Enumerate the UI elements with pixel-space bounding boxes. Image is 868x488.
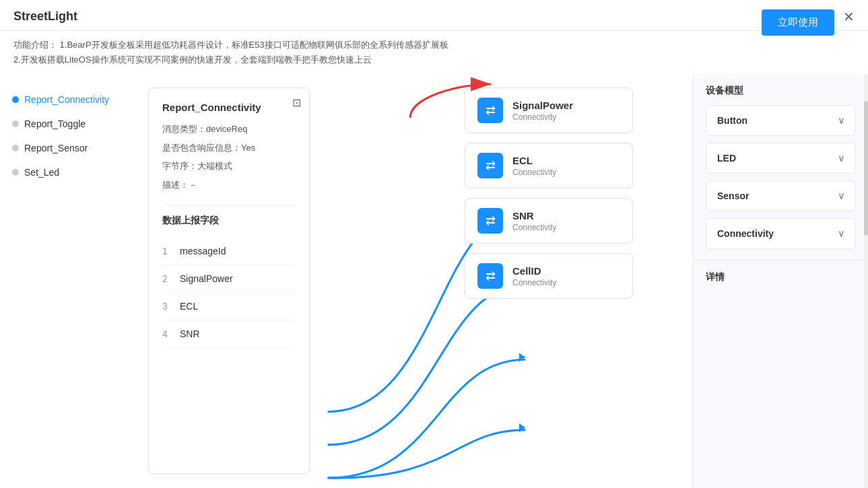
accordion-header-connectivity[interactable]: Connectivity ∨	[706, 219, 855, 248]
modal-title: StreetLight	[13, 9, 77, 24]
device-card-info-cellid: CellID Connectivity	[512, 265, 556, 287]
device-card-ecl[interactable]: ⇄ ECL Connectivity	[465, 143, 633, 188]
chevron-sensor: ∨	[838, 190, 844, 201]
card-title: Report_Connectivity	[162, 102, 296, 113]
field-name-3: ECL	[180, 301, 198, 312]
scrollbar-thumb[interactable]	[864, 101, 868, 236]
accordion-header-button[interactable]: Button ∨	[706, 106, 855, 135]
device-icon-snr: ⇄	[477, 208, 503, 234]
chevron-connectivity: ∨	[838, 228, 844, 239]
accordion-label-led: LED	[717, 153, 736, 164]
sidebar-item-set-led[interactable]: Set_Led	[7, 160, 128, 184]
detail-title: 详情	[706, 271, 856, 283]
device-card-info-snr: SNR Connectivity	[512, 210, 556, 232]
sidebar-label-report-toggle: Report_Toggle	[24, 118, 86, 129]
field-name-2: SignalPower	[180, 273, 233, 284]
center-content: ⊡ Report_Connectivity 消息类型：deviceReq 是否包…	[135, 74, 693, 488]
device-card-snr[interactable]: ⇄ SNR Connectivity	[465, 198, 633, 244]
device-card-cellid[interactable]: ⇄ CellID Connectivity	[465, 253, 633, 299]
dot-inactive-1	[12, 120, 19, 127]
accordion-header-led[interactable]: LED ∨	[706, 143, 855, 173]
close-button[interactable]: ✕	[843, 10, 855, 24]
field-row-3: 3 ECL	[162, 293, 296, 320]
detail-section: 详情	[694, 260, 868, 302]
field-row-2: 2 SignalPower	[162, 265, 296, 293]
device-model-section: 设备模型 Button ∨ LED ∨	[694, 74, 868, 249]
card-row-response: 是否包含响应信息：Yes	[162, 141, 296, 155]
svg-marker-2	[519, 353, 525, 363]
accordion-label-sensor: Sensor	[717, 190, 749, 201]
sidebar-item-report-sensor[interactable]: Report_Sensor	[7, 136, 128, 160]
desc-line2: 2.开发板搭载LiteOS操作系统可实现不同案例的快速开发，全套端到端教手把手教…	[13, 53, 855, 67]
device-name-signalpower: SignalPower	[512, 100, 573, 111]
device-model-title: 设备模型	[706, 85, 856, 97]
chevron-button: ∨	[838, 115, 844, 126]
device-card-info-signalpower: SignalPower Connectivity	[512, 100, 573, 122]
expand-icon[interactable]: ⊡	[292, 96, 301, 109]
accordion-led: LED ∨	[706, 143, 856, 174]
modal-description: 功能介绍： 1.BearP开发板全板采用超低功耗器件设计，标准E53接口可适配物…	[0, 31, 868, 74]
device-category-ecl: Connectivity	[512, 168, 556, 177]
desc-line1: 功能介绍： 1.BearP开发板全板采用超低功耗器件设计，标准E53接口可适配物…	[13, 38, 855, 53]
left-sidebar: Report_Connectivity Report_Toggle Report…	[0, 74, 135, 488]
modal-header: StreetLight ✕	[0, 0, 868, 31]
accordion-label-connectivity: Connectivity	[717, 228, 774, 239]
device-category-signalpower: Connectivity	[512, 112, 573, 122]
sidebar-item-report-connectivity[interactable]: Report_Connectivity	[7, 88, 128, 112]
chevron-led: ∨	[838, 153, 844, 164]
modal-container: StreetLight ✕ 功能介绍： 1.BearP开发板全板采用超低功耗器件…	[0, 0, 868, 488]
device-card-info-ecl: ECL Connectivity	[512, 155, 556, 177]
card-row-byteorder: 字节序：大端模式	[162, 160, 296, 173]
accordion-sensor: Sensor ∨	[706, 180, 856, 211]
device-category-snr: Connectivity	[512, 223, 556, 232]
arrow-svg	[403, 77, 498, 125]
arrow-annotation	[403, 77, 498, 127]
device-icon-ecl: ⇄	[477, 153, 503, 178]
card-row-msgtype: 消息类型：deviceReq	[162, 123, 296, 136]
device-name-ecl: ECL	[512, 155, 556, 166]
sidebar-item-report-toggle[interactable]: Report_Toggle	[7, 112, 128, 136]
dot-inactive-2	[12, 145, 19, 151]
field-row-4: 4 SNR	[162, 320, 296, 348]
fields-section-title: 数据上报字段	[162, 205, 296, 227]
device-name-cellid: CellID	[512, 265, 556, 277]
dot-active	[12, 96, 19, 103]
message-card: ⊡ Report_Connectivity 消息类型：deviceReq 是否包…	[148, 88, 310, 475]
field-row-1: 1 messageId	[162, 238, 296, 265]
field-name-1: messageId	[180, 246, 226, 256]
accordion-header-sensor[interactable]: Sensor ∨	[706, 181, 855, 211]
device-name-snr: SNR	[512, 210, 556, 221]
scrollbar-track[interactable]	[864, 74, 868, 488]
accordion-label-button: Button	[717, 115, 747, 126]
svg-marker-3	[519, 423, 525, 433]
device-icon-cellid: ⇄	[477, 263, 503, 289]
sidebar-label-report-sensor: Report_Sensor	[24, 143, 88, 153]
dot-inactive-3	[12, 169, 19, 176]
card-row-desc: 描述：－	[162, 178, 296, 192]
sidebar-label-set-led: Set_Led	[24, 167, 59, 178]
accordion-button: Button ∨	[706, 105, 856, 136]
device-category-cellid: Connectivity	[512, 278, 556, 287]
use-button[interactable]: 立即使用	[762, 9, 834, 36]
sidebar-label-report-connectivity: Report_Connectivity	[24, 94, 109, 105]
right-panel: 设备模型 Button ∨ LED ∨	[693, 74, 868, 488]
accordion-connectivity: Connectivity ∨	[706, 218, 856, 249]
field-name-4: SNR	[180, 328, 200, 339]
modal-body: Report_Connectivity Report_Toggle Report…	[0, 74, 868, 488]
